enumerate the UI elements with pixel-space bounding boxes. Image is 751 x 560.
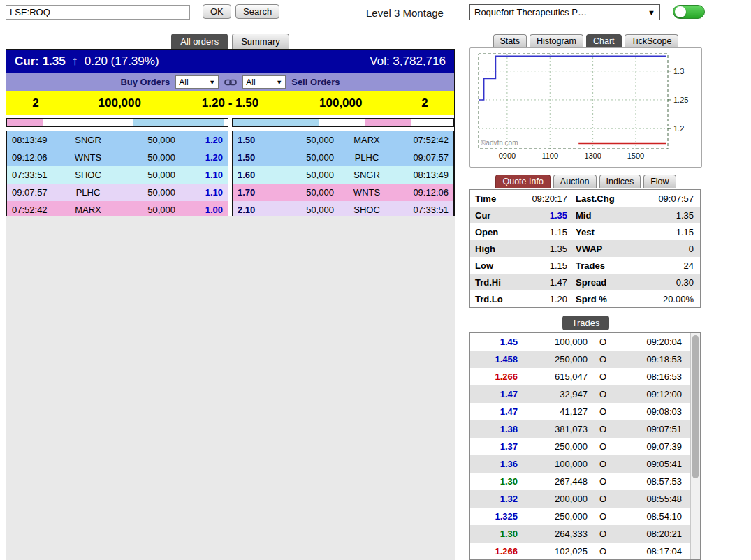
trade-time: 09:08:03 (618, 406, 682, 417)
tab-auction[interactable]: Auction (553, 175, 597, 188)
buy-order-row: 08:13:49 SNGR 50,000 1.20 (7, 131, 228, 149)
order-price: 1.20 (182, 135, 223, 145)
order-size: 50,000 (111, 135, 182, 145)
trade-time: 09:18:53 (618, 354, 682, 364)
quote-info-row: Low 1.15 Trades 24 (470, 257, 700, 274)
trade-row: 1.325 250,000 O 08:54:10 (470, 508, 700, 525)
svg-text:1100: 1100 (541, 152, 558, 160)
order-price: 1.10 (182, 187, 223, 198)
quote-info-row: Cur 1.35 Mid 1.35 (470, 207, 700, 223)
market-maker: SHOC (65, 170, 111, 180)
stat-label: Yest (576, 227, 627, 237)
trades-tab-row: Trades (469, 316, 702, 330)
trade-row: 1.45 100,000 O 09:20:04 (470, 333, 700, 351)
buy-order-row: 07:33:51 SHOC 50,000 1.10 (7, 166, 228, 184)
svg-text:1.25: 1.25 (673, 96, 688, 104)
sell-order-row: 1.50 50,000 MARX 07:52:42 (233, 131, 453, 149)
order-price: 2.10 (238, 205, 274, 215)
order-time: 08:13:49 (393, 170, 449, 180)
left-panel-background (6, 216, 455, 560)
symbol-input[interactable] (6, 5, 190, 20)
buy-filter-select[interactable]: All ▼ (175, 75, 219, 89)
order-time: 07:52:42 (393, 135, 449, 145)
trade-type: O (588, 337, 618, 347)
order-size: 50,000 (274, 205, 341, 215)
trade-type: O (588, 424, 618, 434)
sell-order-row: 1.50 50,000 PLHC 09:07:57 (233, 149, 453, 166)
trade-type: O (588, 406, 618, 417)
tab-stats[interactable]: Stats (493, 34, 527, 47)
quote-info-row: Open 1.15 Yest 1.15 (470, 223, 700, 240)
market-maker: PLHC (65, 187, 111, 198)
ok-button[interactable]: OK (203, 4, 231, 19)
tab-chart[interactable]: Chart (586, 34, 622, 47)
stat-label: Time (475, 193, 514, 204)
current-price: Cur: 1.35 (15, 54, 66, 68)
intraday-chart-panel: 09001100130015001.31.251.2©advfn.com (469, 47, 702, 168)
stat-label: Trd.Hi (475, 277, 514, 288)
quote-info-table: Time 09:20:17 Last.Chg 09:07:57 Cur 1.35… (469, 189, 701, 308)
tab-trades[interactable]: Trades (562, 316, 610, 330)
trades-scrollbar[interactable] (690, 333, 700, 559)
order-book: 08:13:49 SNGR 50,000 1.20 09:12:06 WNTS … (6, 131, 454, 219)
trade-price: 1.32 (477, 494, 520, 504)
trade-time: 08:20:21 (618, 529, 682, 539)
level2-montage: Cur: 1.35 ↑ 0.20 (17.39%) Vol: 3,782,716… (6, 49, 455, 220)
stat-label: Mid (576, 210, 627, 221)
sell-order-row: 1.70 50,000 WNTS 09:12:06 (233, 184, 453, 201)
tab-flow[interactable]: Flow (643, 175, 676, 188)
trade-time: 09:07:51 (618, 424, 682, 434)
trade-time: 08:54:10 (618, 511, 682, 522)
stat-value: 24 (627, 260, 695, 271)
trade-size: 200,000 (520, 494, 588, 504)
stream-toggle[interactable] (673, 5, 705, 19)
market-maker: MARX (65, 205, 111, 215)
market-maker: WNTS (341, 187, 393, 198)
order-filter-bar: Buy Orders All ▼ All ▼ Sell Orders (6, 73, 454, 91)
depth-bars (6, 118, 454, 128)
svg-text:0900: 0900 (499, 152, 516, 160)
trade-size: 102,025 (520, 546, 588, 557)
tab-all-orders[interactable]: All orders (171, 34, 228, 49)
toggle-knob-icon (675, 6, 686, 17)
stat-label: Trades (576, 260, 627, 271)
svg-text:1500: 1500 (627, 152, 644, 160)
tab-histogram[interactable]: Histogram (530, 34, 583, 47)
level1-strip: 2 100,000 1.20 - 1.50 100,000 2 (6, 91, 454, 115)
sell-depth-bar (232, 118, 454, 127)
svg-text:1.2: 1.2 (673, 124, 684, 133)
stat-label: Sprd % (576, 294, 627, 304)
volume: Vol: 3,782,716 (370, 54, 446, 68)
order-price: 1.60 (238, 170, 274, 180)
tab-indices[interactable]: Indices (599, 175, 641, 188)
stat-value: 1.35 (514, 244, 576, 254)
order-size: 50,000 (274, 170, 341, 180)
tab-quote-info[interactable]: Quote Info (495, 175, 550, 188)
tab-summary[interactable]: Summary (232, 34, 289, 49)
trade-price: 1.266 (477, 546, 520, 557)
sell-filter-select[interactable]: All ▼ (242, 75, 286, 89)
tab-tickscope[interactable]: TickScope (625, 34, 679, 47)
trade-size: 100,000 (520, 337, 588, 347)
stat-label: Cur (475, 210, 514, 221)
stat-value: 1.35 (514, 210, 576, 221)
trade-size: 381,073 (520, 424, 588, 434)
market-maker: MARX (341, 135, 393, 145)
stat-label: Trd.Lo (475, 294, 514, 304)
trade-price: 1.266 (477, 371, 520, 382)
quote-header-bar: Cur: 1.35 ↑ 0.20 (17.39%) Vol: 3,782,716 (6, 50, 454, 73)
orders-tabs: All orders Summary (6, 31, 455, 49)
search-button[interactable]: Search (235, 4, 279, 19)
stat-label: High (475, 244, 514, 254)
trade-row: 1.30 264,333 O 08:20:21 (470, 525, 700, 543)
link-filters-icon[interactable] (224, 78, 237, 87)
trade-size: 100,000 (520, 459, 588, 469)
trade-type: O (588, 389, 618, 399)
svg-text:©advfn.com: ©advfn.com (481, 139, 518, 147)
trade-row: 1.266 102,025 O 08:17:04 (470, 543, 700, 560)
security-select[interactable]: Roquefort Therapeutics P… ▼ (469, 4, 660, 20)
scrollbar-thumb[interactable] (692, 335, 699, 478)
stat-label: Last.Chg (576, 193, 627, 204)
trade-type: O (588, 371, 618, 382)
trade-price: 1.47 (477, 406, 520, 417)
